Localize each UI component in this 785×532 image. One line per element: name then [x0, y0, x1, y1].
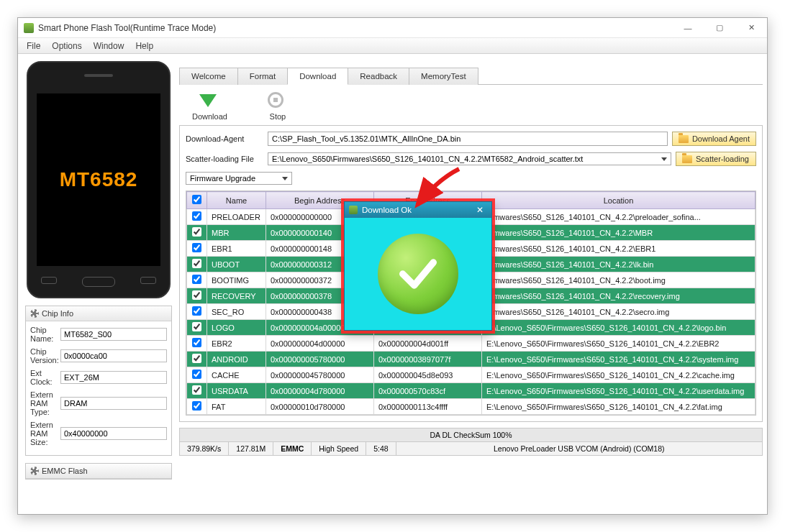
chip-version-label: Chip Version:	[30, 347, 60, 364]
titlebar[interactable]: Smart Phone Flash Tool(Runtime Trace Mod…	[18, 18, 767, 38]
ext-clock-field[interactable]	[60, 371, 167, 384]
cell-name: EBR2	[207, 336, 266, 352]
tab-format[interactable]: Format	[237, 68, 288, 85]
phone-speaker	[84, 74, 113, 77]
cell-end: 0x0000000113c4ffff	[374, 399, 482, 415]
table-row[interactable]: FAT0x00000010d7800000x0000000113c4ffffE:…	[187, 399, 755, 415]
menu-help[interactable]: Help	[130, 40, 159, 52]
cell-location: E:\Lenovo_S650\Firmwares\S650_S126_14010…	[482, 383, 755, 399]
chip-info-panel: Chip Info Chip Name: Chip Version: Ext C…	[25, 306, 172, 456]
col-check[interactable]	[187, 192, 207, 209]
phone-back-icon	[41, 277, 57, 284]
status-time: 5:48	[366, 442, 396, 455]
scatter-path-combo[interactable]: E:\Lenovo_S650\Firmwares\S650_S126_14010…	[268, 152, 671, 165]
row-checkbox[interactable]	[192, 259, 201, 268]
app-icon	[24, 23, 34, 33]
row-checkbox[interactable]	[192, 385, 201, 395]
scatter-browse-button[interactable]: Scatter-loading	[676, 152, 756, 166]
cell-begin: 0x00000010d780000	[266, 399, 374, 415]
emmc-panel: EMMC Flash	[25, 463, 172, 480]
cell-name: CACHE	[207, 367, 266, 383]
tab-welcome[interactable]: Welcome	[179, 68, 238, 85]
table-row[interactable]: USRDATA0x00000004d7800000x000000570c83cf…	[187, 383, 755, 399]
cell-begin: 0x000000005780000	[266, 352, 374, 367]
row-checkbox[interactable]	[192, 275, 201, 284]
stop-button[interactable]: Stop	[268, 91, 288, 121]
row-checkbox[interactable]	[192, 306, 201, 316]
menu-window[interactable]: Window	[88, 40, 130, 52]
cell-begin: 0x000000004d00000	[266, 336, 374, 352]
cell-location: E:\Lenovo_S650\Firmwares\S650_S126_14010…	[482, 320, 755, 336]
cell-location: ...mwares\S650_S126_140101_CN_4.2.2\reco…	[482, 288, 755, 304]
cell-location: E:\Lenovo_S650\Firmwares\S650_S126_14010…	[482, 399, 755, 415]
ram-type-field[interactable]	[60, 397, 167, 410]
menu-options[interactable]: Options	[46, 40, 87, 52]
tab-memorytest[interactable]: MemoryTest	[409, 68, 478, 85]
row-checkbox[interactable]	[192, 354, 201, 363]
close-button[interactable]: ✕	[735, 18, 767, 38]
status-mode: High Speed	[312, 442, 366, 455]
cell-begin: 0x000000045780000	[266, 367, 374, 383]
status-storage: EMMC	[273, 442, 312, 455]
col-name[interactable]: Name	[207, 192, 266, 209]
tab-readback[interactable]: Readback	[348, 68, 409, 85]
chip-label: MT6582	[60, 168, 138, 191]
dialog-close-button[interactable]: ✕	[473, 205, 487, 215]
menu-file[interactable]: File	[21, 40, 46, 52]
download-button[interactable]: Download	[192, 91, 227, 121]
cell-name: BOOTIMG	[207, 272, 266, 288]
cell-location: E:\Lenovo_S650\Firmwares\S650_S126_14010…	[482, 352, 755, 367]
row-checkbox[interactable]	[192, 401, 201, 411]
cell-name: ANDROID	[207, 352, 266, 367]
ram-size-field[interactable]	[60, 427, 167, 440]
chip-name-field[interactable]	[60, 328, 167, 341]
left-pane: MT6582 Chip Info Chip Name: Chip Version…	[18, 54, 179, 514]
table-row[interactable]: CACHE0x0000000457800000x000000045d8e093E…	[187, 367, 755, 383]
cell-end: 0x000000570c83cf	[374, 383, 482, 399]
stop-icon	[268, 92, 283, 108]
cell-location: ...mwares\S650_S126_140101_CN_4.2.2\boot…	[482, 272, 755, 288]
row-checkbox[interactable]	[192, 290, 201, 300]
gear-icon	[30, 467, 39, 475]
da-browse-button[interactable]: Download Agent	[672, 132, 756, 146]
cell-name: LOGO	[207, 320, 266, 336]
tab-download[interactable]: Download	[287, 68, 348, 85]
phone-menu-icon	[140, 277, 156, 284]
da-label: Download-Agent	[186, 134, 263, 143]
row-checkbox[interactable]	[192, 338, 201, 347]
cell-location: ...mwares\S650_S126_140101_CN_4.2.2\secr…	[482, 304, 755, 320]
cell-name: USRDATA	[207, 383, 266, 399]
cell-location: E:\Lenovo_S650\Firmwares\S650_S126_14010…	[482, 367, 755, 383]
minimize-button[interactable]: —	[672, 18, 704, 38]
row-checkbox[interactable]	[192, 322, 201, 331]
ram-size-label: Extern RAM Size:	[30, 421, 60, 446]
dialog-title: Download Ok	[362, 206, 412, 214]
row-checkbox[interactable]	[192, 370, 201, 379]
maximize-button[interactable]: ▢	[704, 18, 735, 38]
toolbar: Download Stop	[179, 85, 763, 125]
cell-location: ...mwares\S650_S126_140101_CN_4.2.2\MBR	[482, 225, 755, 241]
row-checkbox[interactable]	[192, 227, 201, 237]
status-size: 127.81M	[229, 442, 273, 455]
col-location[interactable]: Location	[482, 192, 755, 209]
table-row[interactable]: ANDROID0x0000000057800000x00000003897077…	[187, 352, 755, 367]
row-checkbox[interactable]	[192, 211, 201, 221]
download-arrow-icon	[199, 94, 217, 107]
cell-name: UBOOT	[207, 257, 266, 272]
status-checksum: DA DL CheckSum 100%	[179, 428, 763, 442]
app-icon	[349, 206, 358, 214]
chevron-down-icon	[282, 177, 288, 180]
da-path-input[interactable]	[268, 132, 668, 146]
table-row[interactable]: EBR20x000000004d000000x000000004d001ffE:…	[187, 336, 755, 352]
phone-screen: MT6582	[37, 93, 160, 266]
cell-name: PRELOADER	[207, 209, 266, 225]
select-all-checkbox[interactable]	[192, 195, 201, 204]
cell-begin: 0x00000004d780000	[266, 383, 374, 399]
chip-name-label: Chip Name:	[30, 326, 60, 343]
mode-select[interactable]: Firmware Upgrade	[186, 172, 292, 185]
row-checkbox[interactable]	[192, 243, 201, 252]
download-ok-dialog: Download Ok ✕	[344, 201, 492, 331]
phone-home-icon	[82, 277, 115, 287]
chip-version-field[interactable]	[60, 349, 167, 362]
cell-location: ...mwares\S650_S126_140101_CN_4.2.2\lk.b…	[482, 257, 755, 272]
